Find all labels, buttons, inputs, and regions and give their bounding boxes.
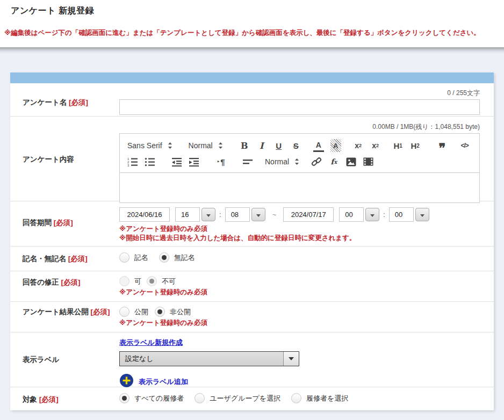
text-color-icon[interactable]: A <box>313 139 324 152</box>
header-picker[interactable]: Normal <box>189 141 223 150</box>
bullet-list-icon[interactable] <box>145 155 155 168</box>
strikethrough-icon[interactable]: S <box>291 139 301 152</box>
caret-down-icon <box>370 214 375 217</box>
radio-modify-not-allowed-label: 不可 <box>162 277 176 286</box>
radio-select-students-label: 履修者を選択 <box>306 394 348 403</box>
target-label: 対象 <box>23 395 37 403</box>
radio-user-group[interactable] <box>195 393 205 403</box>
editor-content-area[interactable] <box>119 173 480 203</box>
radio-all-students-label: すべての履修者 <box>134 394 184 403</box>
end-hour-input[interactable] <box>339 207 364 222</box>
highlight-color-icon[interactable]: A <box>330 139 341 152</box>
radio-public-label: 公開 <box>134 307 148 317</box>
updown-caret-icon <box>168 142 172 149</box>
font-picker[interactable]: Sans Serif <box>127 141 172 150</box>
content-size-counter: 0.00MB / 1MB(残り：1,048,551 byte) <box>119 122 480 132</box>
video-icon[interactable] <box>363 155 373 168</box>
radio-anonymous-label: 無記名 <box>174 253 195 263</box>
radio-signed-label: 記名 <box>134 253 148 263</box>
start-hour-dropdown-button[interactable] <box>201 208 215 221</box>
required-badge: [必須] <box>68 255 88 263</box>
modify-label: 回答の修正 <box>23 278 59 286</box>
caret-down-icon <box>420 214 424 217</box>
row-survey-content: アンケート内容 0.00MB / 1MB(残り：1,048,551 byte) … <box>10 117 494 201</box>
radio-user-group-label: ユーザグループを選択 <box>210 394 280 403</box>
code-block-icon[interactable]: </> <box>459 139 470 152</box>
required-badge: [必須] <box>69 98 88 106</box>
caret-down-icon <box>256 214 261 217</box>
row-display-label: 表示ラベル 表示ラベル新規作成 設定なし 表示ラベル追加 <box>10 332 494 387</box>
superscript-icon[interactable]: x2 <box>370 139 381 152</box>
required-badge: [必須] <box>91 308 110 316</box>
image-icon[interactable] <box>345 155 356 168</box>
caret-down-icon <box>206 214 211 217</box>
panel-header-bar <box>10 73 494 83</box>
radio-signed[interactable] <box>119 252 129 263</box>
period-note-1: ※アンケート登録時のみ必須 <box>119 225 480 234</box>
create-display-label-link[interactable]: 表示ラベル新規作成 <box>119 338 183 346</box>
period-label: 回答期間 <box>23 219 52 227</box>
row-result-publish: アンケート結果公開 [必須] 公開 非公開 ※アンケート登録時のみ必須 <box>10 302 494 332</box>
radio-anonymous[interactable] <box>159 252 169 263</box>
add-display-label-text: 表示ラベル追加 <box>139 377 188 387</box>
radio-modify-allowed-label: 可 <box>134 277 141 286</box>
row-anonymity: 記名・無記名 [必須] 記名 無記名 <box>10 247 494 271</box>
display-label-label: 表示ラベル <box>23 356 59 364</box>
start-minute-input[interactable] <box>225 207 250 222</box>
end-minute-dropdown-button[interactable] <box>415 208 429 221</box>
required-badge: [必須] <box>54 219 73 227</box>
text-direction-icon[interactable]: ‣¶ <box>215 155 226 168</box>
updown-caret-icon <box>218 142 223 149</box>
radio-private[interactable] <box>155 307 165 317</box>
name-char-counter: 0 / 255文字 <box>119 89 480 98</box>
survey-name-input[interactable] <box>119 99 480 115</box>
end-date-input[interactable] <box>283 207 334 222</box>
start-date-input[interactable] <box>119 207 170 222</box>
required-badge: [必須] <box>61 278 81 286</box>
row-survey-name: アンケート名 [必須] 0 / 255文字 <box>10 83 494 117</box>
bold-icon[interactable]: B <box>239 139 250 152</box>
row-answer-modify: 回答の修正 [必須] 可 不可 ※アンケート登録時のみ必須 <box>10 271 494 302</box>
radio-private-label: 非公開 <box>170 307 191 317</box>
link-icon[interactable] <box>311 155 322 168</box>
range-separator: ~ <box>272 211 277 219</box>
radio-modify-allowed[interactable] <box>119 276 129 286</box>
time-colon: : <box>219 211 221 219</box>
updown-caret-icon <box>294 158 299 165</box>
indent-icon[interactable] <box>189 155 199 168</box>
header2-icon[interactable]: H2 <box>410 139 421 152</box>
end-minute-input[interactable] <box>389 207 414 222</box>
survey-form-panel: アンケート名 [必須] 0 / 255文字 アンケート内容 0.00MB / 1… <box>10 73 494 410</box>
display-label-select-value: 設定なし <box>120 354 283 364</box>
display-label-select[interactable]: 設定なし <box>119 351 299 366</box>
select-dropdown-button[interactable] <box>283 352 299 366</box>
start-hour-input[interactable] <box>175 207 200 222</box>
align-icon[interactable] <box>242 155 253 168</box>
italic-icon[interactable]: I <box>256 139 267 152</box>
end-hour-dropdown-button[interactable] <box>365 208 379 221</box>
blockquote-icon[interactable]: ❞ <box>437 139 448 152</box>
page-title: アンケート 新規登録 <box>11 5 493 17</box>
publish-note: ※アンケート登録時のみ必須 <box>119 318 480 328</box>
edit-warning-text: ※編集後はページ下の「確認画面に進む」または「テンプレートとして登録」から確認画… <box>4 28 493 38</box>
page-header: アンケート 新規登録 ※編集後はページ下の「確認画面に進む」または「テンプレート… <box>0 0 504 47</box>
survey-name-label: アンケート名 <box>23 98 67 106</box>
underline-icon[interactable]: U <box>273 139 284 152</box>
survey-content-label: アンケート内容 <box>23 155 74 163</box>
start-minute-dropdown-button[interactable] <box>251 208 265 221</box>
editor-toolbar: Sans Serif Normal B <box>119 133 480 173</box>
header-divider <box>0 47 504 54</box>
radio-modify-not-allowed[interactable] <box>147 276 157 286</box>
header1-icon[interactable]: H1 <box>393 139 404 152</box>
required-badge: [必須] <box>39 395 59 403</box>
subscript-icon[interactable]: x2 <box>353 139 364 152</box>
formula-icon[interactable]: fx <box>328 155 339 168</box>
lineheight-picker[interactable]: Normal <box>265 157 299 166</box>
radio-select-students[interactable] <box>291 393 301 403</box>
radio-public[interactable] <box>119 307 129 317</box>
radio-all-students[interactable] <box>119 393 129 403</box>
outdent-icon[interactable] <box>171 155 182 168</box>
row-answer-period: 回答期間 [必須] : ~ <box>10 201 494 247</box>
ordered-list-icon[interactable]: 123 <box>127 155 138 168</box>
row-target: 対象 [必須] すべての履修者 ユーザグループを選択 履修者を選択 <box>10 387 494 410</box>
